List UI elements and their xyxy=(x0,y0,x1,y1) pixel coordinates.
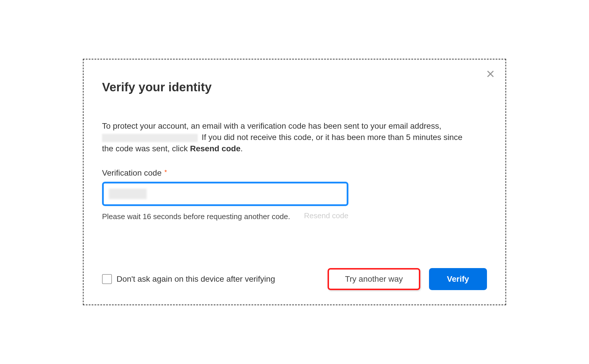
required-asterisk-icon: * xyxy=(164,168,167,176)
verify-button[interactable]: Verify xyxy=(429,268,487,290)
verify-identity-modal: Verify your identity To protect your acc… xyxy=(83,59,506,305)
resend-code-link[interactable]: Resend code xyxy=(304,211,348,220)
redacted-email xyxy=(102,134,198,142)
modal-title: Verify your identity xyxy=(102,80,487,94)
close-button[interactable] xyxy=(484,68,497,80)
modal-description: To protect your account, an email with a… xyxy=(102,120,467,154)
description-period: . xyxy=(241,144,243,153)
close-icon xyxy=(486,70,495,78)
description-bold: Resend code xyxy=(190,144,240,153)
modal-footer: Don't ask again on this device after ver… xyxy=(102,268,487,290)
description-part1: To protect your account, an email with a… xyxy=(102,121,441,130)
dont-ask-again-label: Don't ask again on this device after ver… xyxy=(117,274,275,284)
verification-code-label: Verification code * xyxy=(102,168,487,178)
wait-message: Please wait 16 seconds before requesting… xyxy=(102,211,292,222)
redacted-input-value xyxy=(109,189,147,199)
verification-code-input-container[interactable] xyxy=(102,182,348,206)
dont-ask-again-checkbox[interactable] xyxy=(102,274,112,284)
try-another-way-button[interactable]: Try another way xyxy=(328,268,420,290)
